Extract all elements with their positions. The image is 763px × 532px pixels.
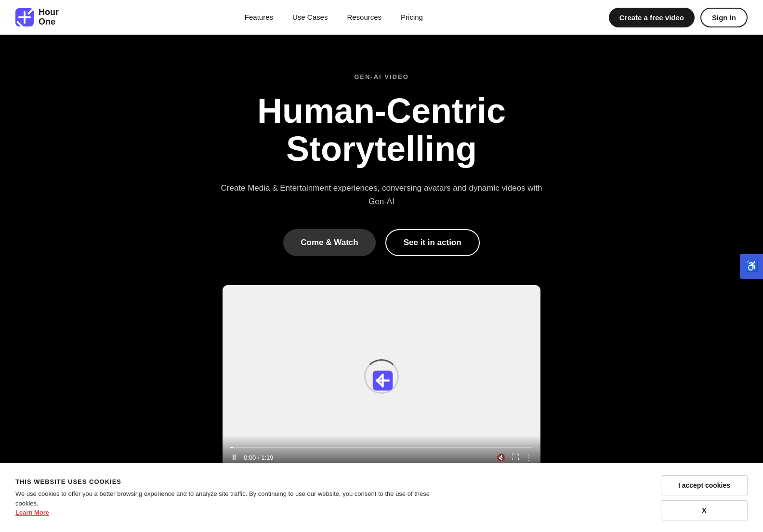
logo-icon — [15, 8, 34, 26]
hero-subtitle: Create Media & Entertainment experiences… — [213, 182, 550, 208]
accept-cookies-button[interactable]: I accept cookies — [661, 475, 748, 495]
nav-links: Features Use Cases Resources Pricing — [245, 13, 423, 22]
logo-line2: One — [39, 17, 59, 27]
cookie-buttons: I accept cookies X — [661, 475, 748, 520]
progress-bar[interactable] — [230, 447, 533, 448]
fullscreen-button[interactable]: ⛶ — [512, 453, 519, 462]
nav-item-use-cases[interactable]: Use Cases — [292, 13, 328, 22]
accessibility-button[interactable]: ♿ — [740, 254, 763, 279]
hero-tag: GEN-AI VIDEO — [354, 73, 409, 80]
see-action-button[interactable]: See it in action — [385, 229, 480, 256]
navbar: Hour One Features Use Cases Resources Pr… — [0, 0, 763, 35]
video-player: ⏸ 0:00 / 1:19 🔇 ⛶ ⋮ — [223, 285, 540, 468]
nav-item-features[interactable]: Features — [245, 13, 273, 22]
cookie-banner: THIS WEBSITE USES COOKIES We use cookies… — [0, 463, 763, 532]
video-loader — [364, 359, 399, 394]
loader-logo-icon — [373, 370, 393, 390]
create-video-button[interactable]: Create a free video — [609, 8, 695, 27]
cookie-text: THIS WEBSITE USES COOKIES We use cookies… — [15, 478, 430, 518]
time-total: 1:19 — [261, 454, 273, 461]
cookie-description: We use cookies to offer you a better bro… — [15, 489, 430, 518]
cookie-title: THIS WEBSITE USES COOKIES — [15, 478, 430, 485]
hero-title: Human-Centric Storytelling — [165, 92, 598, 168]
video-time: 0:00 / 1:19 — [244, 454, 273, 461]
close-cookies-button[interactable]: X — [661, 500, 748, 520]
video-area[interactable]: ⏸ 0:00 / 1:19 🔇 ⛶ ⋮ — [223, 285, 540, 468]
mute-button[interactable]: 🔇 — [496, 453, 506, 462]
cookie-desc-text: We use cookies to offer you a better bro… — [15, 490, 430, 507]
navbar-actions: Create a free video Sign In — [609, 8, 748, 27]
progress-fill — [230, 447, 233, 448]
controls-left: ⏸ 0:00 / 1:19 — [230, 453, 273, 462]
logo-line1: Hour — [39, 8, 59, 17]
controls-row: ⏸ 0:00 / 1:19 🔇 ⛶ ⋮ — [230, 453, 533, 462]
nav-item-resources[interactable]: Resources — [347, 13, 382, 22]
controls-right: 🔇 ⛶ ⋮ — [496, 453, 533, 462]
come-watch-button[interactable]: Come & Watch — [283, 229, 375, 256]
cookie-learn-more-link[interactable]: Learn More — [15, 509, 49, 516]
svg-rect-2 — [18, 16, 31, 18]
nav-item-pricing[interactable]: Pricing — [401, 13, 423, 22]
hero-buttons: Come & Watch See it in action — [283, 229, 479, 256]
time-current: 0:00 — [244, 454, 256, 461]
nav-link-pricing: Pricing — [401, 13, 423, 21]
logo-link[interactable]: Hour One — [15, 8, 59, 27]
more-options-button[interactable]: ⋮ — [525, 453, 533, 462]
logo-text: Hour One — [39, 8, 59, 27]
signin-button[interactable]: Sign In — [700, 8, 748, 27]
hero-section: GEN-AI VIDEO Human-Centric Storytelling … — [0, 35, 763, 497]
accessibility-icon: ♿ — [745, 260, 758, 272]
pause-button[interactable]: ⏸ — [230, 453, 238, 462]
